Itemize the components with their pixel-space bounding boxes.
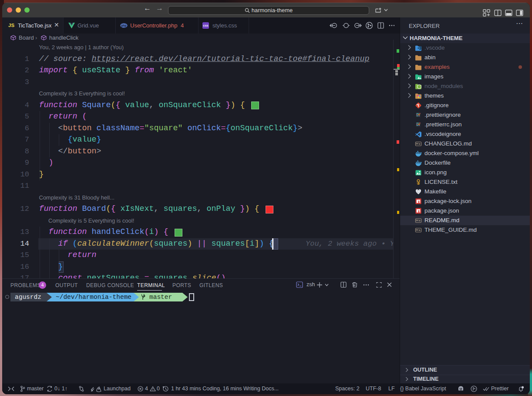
- svg-text:php: php: [121, 24, 127, 27]
